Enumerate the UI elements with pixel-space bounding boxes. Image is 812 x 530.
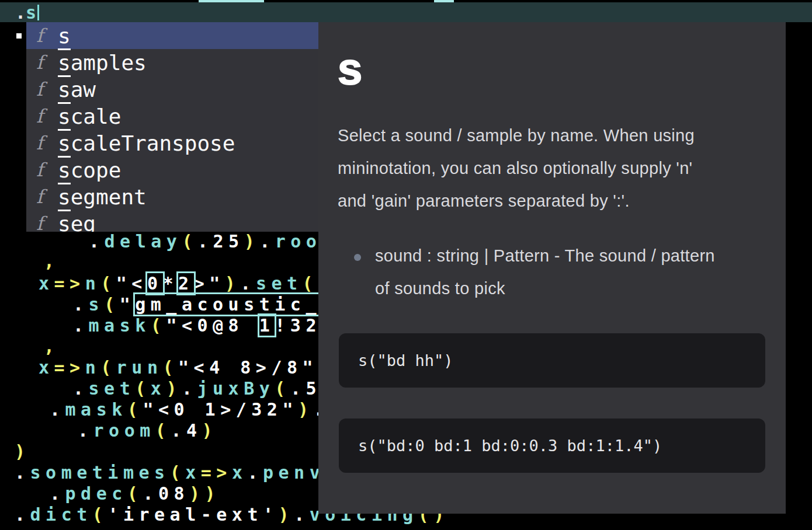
- code-token: ": [120, 294, 136, 315]
- autocomplete-item-s[interactable]: fs: [26, 22, 318, 49]
- code-token: ,: [44, 251, 60, 271]
- code-line[interactable]: ,: [44, 251, 60, 272]
- doc-example-block-1: s("bd hh"): [339, 333, 765, 388]
- code-token: >": [194, 273, 225, 294]
- code-token: ): [166, 378, 182, 399]
- code-token: ): [279, 504, 294, 525]
- clipped-box-edge: [199, 0, 264, 2]
- autocomplete-item-label: s: [58, 24, 71, 48]
- code-token: n: [85, 357, 101, 378]
- doc-parameter: sound : string | Pattern - The sound / p…: [375, 239, 772, 305]
- code-token: x: [151, 378, 166, 399]
- code-token: ): [298, 399, 314, 420]
- function-icon: f: [30, 51, 50, 74]
- code-line[interactable]: ): [15, 441, 30, 462]
- mininotation-highlight-box: gm_acoustic_: [135, 294, 321, 315]
- doc-title: s: [338, 46, 362, 92]
- code-token: .: [247, 462, 263, 483]
- autocomplete-item-segment[interactable]: fsegment: [26, 183, 318, 210]
- code-line[interactable]: ,: [44, 336, 60, 357]
- function-icon: f: [30, 159, 50, 181]
- code-token: .: [73, 378, 89, 399]
- autocomplete-item-label: scope: [58, 158, 121, 182]
- code-token: .: [259, 231, 275, 252]
- code-token: ): [202, 420, 218, 441]
- code-token: .: [294, 504, 310, 525]
- autocomplete-item-label: samples: [58, 51, 147, 75]
- autocomplete-item-seg[interactable]: fseg: [26, 210, 318, 232]
- code-token: (: [155, 420, 171, 441]
- code-line[interactable]: .mask("<0@8 1!32: [73, 315, 321, 336]
- code-line[interactable]: .set(x).juxBy(.5: [73, 378, 321, 399]
- code-token: (: [100, 273, 116, 294]
- code-token: pdec: [65, 483, 127, 504]
- autocomplete-item-label: seg: [58, 212, 96, 232]
- doc-text-line: mininotation, you can also optionally su…: [338, 152, 764, 184]
- doc-text-line: Select a sound / sample by name. When us…: [338, 119, 764, 152]
- editor-active-line[interactable]: . s: [0, 2, 812, 22]
- code-token: dict: [30, 504, 92, 525]
- code-token: .5: [290, 378, 321, 399]
- code-line[interactable]: .room(.4): [78, 420, 217, 441]
- code-token: (: [151, 315, 166, 336]
- code-line[interactable]: .delay(.25).room: [89, 231, 337, 252]
- autocomplete-item-scale[interactable]: fscale: [26, 103, 318, 130]
- code-token: x: [39, 273, 54, 294]
- code-token: delay: [105, 231, 182, 252]
- code-token: (: [127, 483, 143, 504]
- code-token: juxBy: [197, 378, 275, 399]
- code-token: "<: [116, 273, 147, 294]
- code-token: (: [275, 378, 290, 399]
- function-icon: f: [30, 25, 50, 47]
- code-line[interactable]: x=>n(run("<4 8>/8": [39, 357, 318, 378]
- code-token: sometimes: [30, 462, 170, 483]
- doc-text-line: of sounds to pick: [375, 272, 772, 305]
- doc-example-code: s("bd:0 bd:1 bd:0:0.3 bd:1:1.4"): [339, 419, 765, 473]
- code-token: x: [185, 462, 201, 483]
- code-line[interactable]: .pdec(.08)): [50, 483, 220, 504]
- code-token: (: [135, 378, 151, 399]
- code-token: "<0@8: [166, 315, 259, 336]
- autocomplete-item-label: scaleTranspose: [58, 131, 235, 155]
- code-token: "<0 1>/32": [143, 399, 298, 420]
- autocomplete-item-saw[interactable]: fsaw: [26, 76, 318, 103]
- code-token: mask: [89, 315, 151, 336]
- code-line[interactable]: .sometimes(x=>x.penv: [15, 462, 325, 483]
- autocomplete-item-samples[interactable]: fsamples: [26, 49, 318, 76]
- code-token: *: [163, 273, 179, 294]
- code-line[interactable]: .s("gm_acoustic_: [73, 294, 321, 315]
- code-token: )): [189, 483, 220, 504]
- code-token: (: [127, 399, 143, 420]
- code-token: .4: [171, 420, 202, 441]
- code-token: ): [225, 273, 241, 294]
- doc-example-block-2: s("bd:0 bd:1 bd:0:0.3 bd:1:1.4"): [339, 419, 765, 473]
- code-token: (: [163, 357, 179, 378]
- autocomplete-item-label: saw: [58, 78, 96, 102]
- mininotation-highlight-box: 2: [178, 273, 194, 294]
- clipped-line-strip: [0, 0, 812, 2]
- code-token: .08: [143, 483, 189, 504]
- autocomplete-item-scope[interactable]: fscope: [26, 156, 318, 183]
- code-token: ,: [44, 336, 60, 357]
- code-token: .: [15, 504, 30, 525]
- code-token: ): [244, 231, 260, 252]
- code-token: ): [15, 441, 30, 462]
- doc-example-code: s("bd hh"): [339, 333, 765, 388]
- code-token: .25: [197, 231, 244, 252]
- autocomplete-list[interactable]: fsfsamplesfsawfscalefscaleTransposefscop…: [26, 22, 318, 232]
- code-line[interactable]: .mask("<0 1>/32").: [50, 399, 329, 420]
- code-token: 'ireal-ext': [107, 504, 278, 525]
- code-token: room: [93, 420, 155, 441]
- code-line[interactable]: x=>n("<0*2>").set(: [39, 273, 318, 294]
- code-token: .: [15, 462, 30, 483]
- autocomplete-item-scaleTranspose[interactable]: fscaleTranspose: [26, 130, 318, 156]
- function-icon: f: [30, 78, 50, 100]
- clipped-box-edge: [434, 0, 454, 2]
- autocomplete-doc-panel: s Select a sound / sample by name. When …: [318, 22, 786, 514]
- code-token: x: [39, 357, 54, 378]
- code-token: (: [182, 231, 197, 252]
- code-token: set: [89, 378, 136, 399]
- text-cursor: [37, 5, 39, 20]
- function-icon: f: [30, 212, 50, 232]
- code-token: =>: [201, 462, 232, 483]
